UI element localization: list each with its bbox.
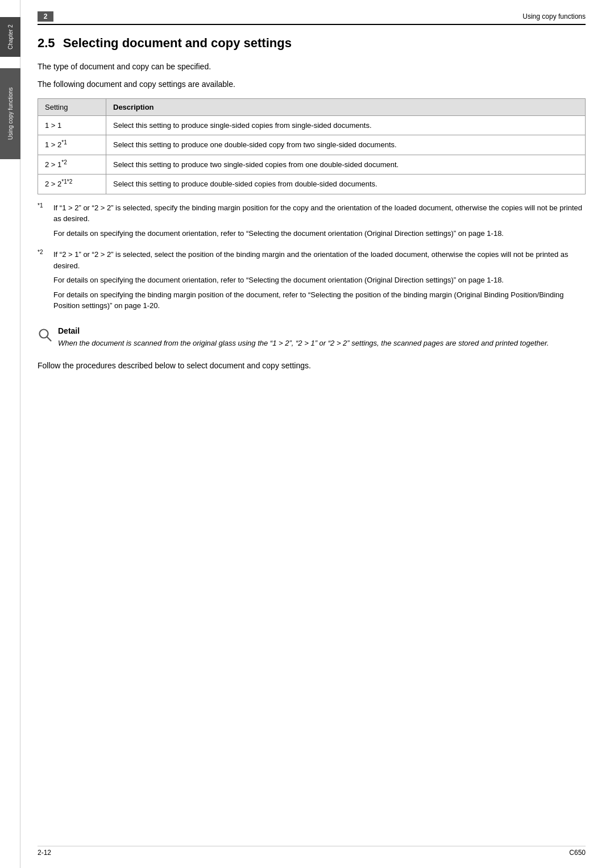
footnote-2-marker: *2 xyxy=(38,249,53,260)
footnote-2-text: If “2 > 1” or “2 > 2” is selected, selec… xyxy=(53,249,586,315)
table-row: 1 > 2*1Select this setting to produce on… xyxy=(38,135,586,155)
footer-page-code: 2-12 xyxy=(38,849,51,857)
detail-body: When the document is scanned from the or… xyxy=(58,338,549,349)
footnote-1-marker: *1 xyxy=(38,202,53,213)
table-row: 2 > 2*1*2Select this setting to produce … xyxy=(38,175,586,194)
intro-line-1: The type of document and copy can be spe… xyxy=(38,61,586,73)
page-number: 2 xyxy=(38,11,53,22)
table-cell-desc-0: Select this setting to produce single-si… xyxy=(106,115,586,135)
spine-section-tab: Using copy functions xyxy=(0,68,20,159)
spine-chapter-label: Chapter 2 xyxy=(7,24,14,49)
table-cell-desc-2: Select this setting to produce two singl… xyxy=(106,155,586,175)
detail-content: Detail When the document is scanned from… xyxy=(58,326,549,349)
spine-chapter-tab: Chapter 2 xyxy=(0,17,20,57)
footnote-2-para-1: If “2 > 1” or “2 > 2” is selected, selec… xyxy=(53,249,586,271)
section-heading: 2.5 Selecting document and copy settings xyxy=(38,35,586,52)
page-container: Chapter 2 Using copy functions 2 Using c… xyxy=(0,0,614,868)
svg-line-1 xyxy=(47,337,51,340)
section-number: 2.5 xyxy=(38,36,55,50)
header-section-title: Using copy functions xyxy=(522,13,586,20)
table-cell-desc-1: Select this setting to produce one doubl… xyxy=(106,135,586,155)
table-cell-setting-2: 2 > 1*2 xyxy=(38,155,106,175)
table-cell-setting-0: 1 > 1 xyxy=(38,115,106,135)
footnote-1-para-1: If “1 > 2” or “2 > 2” is selected, speci… xyxy=(53,202,586,225)
table-cell-desc-3: Select this setting to produce double-si… xyxy=(106,175,586,194)
page-footer: 2-12 C650 xyxy=(38,846,586,857)
footnote-1-text: If “1 > 2” or “2 > 2” is selected, speci… xyxy=(53,202,586,243)
footer-model: C650 xyxy=(569,849,586,857)
table-header-row: Setting Description xyxy=(38,98,586,115)
table-cell-setting-1: 1 > 2*1 xyxy=(38,135,106,155)
follow-text: Follow the procedures described below to… xyxy=(38,360,586,372)
table-cell-setting-3: 2 > 2*1*2 xyxy=(38,175,106,194)
table-row: 2 > 1*2Select this setting to produce tw… xyxy=(38,155,586,175)
footnote-1-para-2: For details on specifying the document o… xyxy=(53,228,586,239)
footnote-2: *2 If “2 > 1” or “2 > 2” is selected, se… xyxy=(38,249,586,315)
detail-title: Detail xyxy=(58,326,549,335)
col-header-description: Description xyxy=(106,98,586,115)
footnote-1: *1 If “1 > 2” or “2 > 2” is selected, sp… xyxy=(38,202,586,243)
intro-line-2: The following document and copy settings… xyxy=(38,78,586,90)
settings-table: Setting Description 1 > 1Select this set… xyxy=(38,98,586,194)
spine-section-label: Using copy functions xyxy=(7,88,14,140)
detail-icon xyxy=(38,327,52,346)
footnote-2-para-3: For details on specifying the binding ma… xyxy=(53,289,586,312)
col-header-setting: Setting xyxy=(38,98,106,115)
top-header: 2 Using copy functions xyxy=(38,11,586,25)
footnote-2-para-2: For details on specifying the document o… xyxy=(53,275,586,286)
footnotes-section: *1 If “1 > 2” or “2 > 2” is selected, sp… xyxy=(38,202,586,315)
spine: Chapter 2 Using copy functions xyxy=(0,0,20,868)
section-title: Selecting document and copy settings xyxy=(63,36,292,50)
detail-box: Detail When the document is scanned from… xyxy=(38,326,586,349)
table-row: 1 > 1Select this setting to produce sing… xyxy=(38,115,586,135)
main-content: 2 Using copy functions 2.5 Selecting doc… xyxy=(20,0,614,868)
